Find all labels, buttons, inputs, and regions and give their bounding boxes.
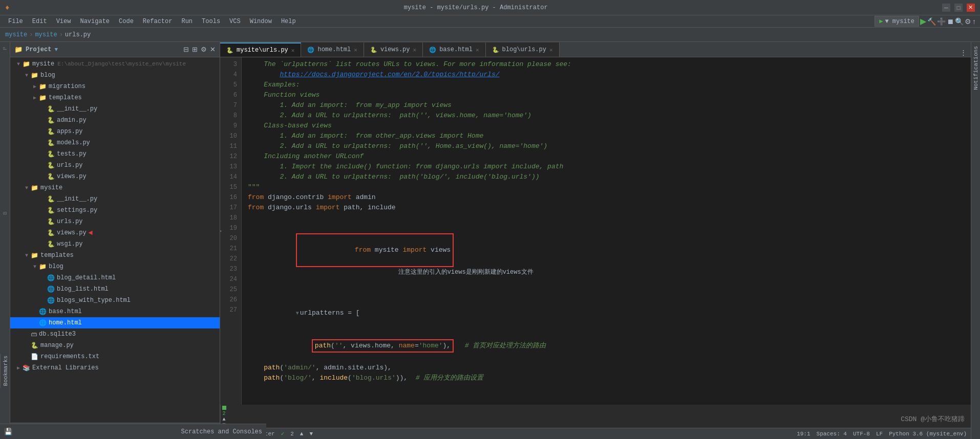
run-button[interactable]: ▶ [920,16,926,26]
tab-blog-urls-py[interactable]: 🐍 blog\urls.py ✕ [486,42,560,57]
tab-base-html[interactable]: 🌐 base.html ✕ [423,42,485,57]
tabs-overflow-icon[interactable]: ⋮ [960,49,967,57]
tree-item-blog-detail[interactable]: ▶ 🌐 blog_detail.html [10,272,220,283]
tree-item-migrations[interactable]: ▶ 📁 migrations [10,81,220,92]
manage-py-icon: 🐍 [31,342,38,349]
tab-base-html-close[interactable]: ✕ [476,47,479,53]
tree-item-views-blog[interactable]: ▶ 🐍 views.py [10,171,220,182]
menu-edit[interactable]: Edit [28,17,51,26]
tree-item-blog-tmpl[interactable]: ▼ 📁 blog [10,261,220,272]
tree-item-init-mysite[interactable]: ▶ 🐍 __init__.py [10,193,220,205]
tree-item-wsgi-mysite[interactable]: ▶ 🐍 wsgi.py [10,238,220,250]
scratches-bottom-label[interactable]: Scratches and Consoles [181,428,262,435]
tree-item-blog[interactable]: ▼ 📁 blog [10,70,220,81]
minimize-button[interactable]: ─ [942,4,950,12]
status-warning-count: 2 [290,431,294,437]
tree-item-apps-blog[interactable]: ▶ 🐍 apps.py [10,126,220,137]
tree-item-requirements[interactable]: ▶ 📄 requirements.txt [10,351,220,362]
menu-tools[interactable]: Tools [198,17,224,26]
tree-item-templates-root[interactable]: ▼ 📁 templates [10,250,220,261]
menu-file[interactable]: File [4,17,27,26]
bookmarks-sidebar-label[interactable]: Bookmarks [0,354,9,388]
breadcrumb-mysite1[interactable]: mysite [5,31,27,38]
file-tree: ▼ 📁 mysite E:\about_Django\test\mysite_e… [10,57,220,423]
settings-tree-button[interactable]: ⚙ [201,46,207,53]
stop-button[interactable]: ⏹ [947,17,954,26]
tree-item-mysite-inner[interactable]: ▼ 📁 mysite [10,182,220,193]
settings-button[interactable]: ⚙ [965,17,971,26]
menu-run[interactable]: Run [177,17,197,26]
tree-item-db-sqlite[interactable]: ▶ 🗃 db.sqlite3 [10,328,220,340]
project-sidebar-icon[interactable]: P [1,44,10,53]
tree-item-tests-blog[interactable]: ▶ 🐍 tests.py [10,148,220,160]
tree-item-blogs-with-type[interactable]: ▶ 🌐 blogs_with_type.html [10,295,220,306]
toolbar-run-config[interactable]: ▶ ▼ mysite [875,16,919,27]
code-editor[interactable]: 3 4 5 6 7 8 9 10 11 12 13 14 15 16 17 18 [220,57,971,405]
menu-view[interactable]: View [52,17,75,26]
project-dropdown[interactable]: ▼ [54,47,58,53]
tree-item-base-html[interactable]: ▶ 🌐 base.html [10,306,220,317]
tab-urls-py-close[interactable]: ✕ [291,47,295,54]
menu-window[interactable]: Window [246,17,276,26]
code-line-24: path('blog/', include('blog.urls')), # 应… [248,373,971,383]
tab-home-html-close[interactable]: ✕ [354,47,357,53]
up-arrow-nav[interactable]: ▲ [222,416,225,422]
menu-code[interactable]: Code [115,17,138,26]
tree-item-blog-list[interactable]: ▶ 🌐 blog_list.html [10,283,220,295]
tree-item-admin-blog[interactable]: ▶ 🐍 admin.py [10,115,220,126]
tab-views-py[interactable]: 🐍 views.py ✕ [364,42,423,57]
notifications-label[interactable]: Notifications [973,46,979,90]
tree-item-home-html[interactable]: ▶ 🌐 home.html [10,317,220,328]
status-right: 19:1 Spaces: 4 UTF-8 LF Python 3.6 (mysi… [797,431,967,437]
add-config-button[interactable]: ➕ [937,17,946,26]
status-check-icon: ✓ [281,430,285,437]
migrations-folder-icon: 📁 [39,83,47,91]
menu-vcs[interactable]: VCS [225,17,245,26]
tree-item-models-blog[interactable]: ▶ 🐍 models.py [10,137,220,148]
encoding-info: UTF-8 [853,431,870,437]
code-content[interactable]: The `urlpatterns` list routes URLs to vi… [242,57,971,405]
blogs-with-type-icon: 🌐 [47,297,55,304]
build-button[interactable]: 🔨 [927,17,936,26]
tree-item-urls-mysite[interactable]: ▶ 🐍 urls.py [10,216,220,227]
run-config-icon: ▶ [879,17,883,25]
tree-item-views-mysite[interactable]: ▶ 🐍 views.py ◄ [10,227,220,238]
code-line-13: 1. Import the include() function: from d… [248,162,971,172]
bookmarks-icon[interactable]: B [1,209,10,218]
update-button[interactable]: ↑ [972,17,976,26]
lf-info: LF [876,431,883,437]
tab-home-html[interactable]: 🌐 home.html ✕ [301,42,364,57]
menu-refactor[interactable]: Refactor [139,17,177,26]
tree-item-init-blog[interactable]: ▶ 🐍 __init__.py [10,103,220,115]
close-button[interactable]: ✕ [967,4,975,12]
menu-help[interactable]: Help [277,17,300,26]
blog-tmpl-folder-icon: 📁 [39,263,47,271]
db-sqlite-icon: 🗃 [31,331,37,338]
line-col-info: 19:1 [797,431,810,437]
collapse-all-button[interactable]: ⊟ [183,46,189,53]
maximize-button[interactable]: □ [954,4,963,12]
tree-item-urls-blog[interactable]: ▶ 🐍 urls.py [10,160,220,171]
tree-label-templates-root: templates [40,252,74,259]
breadcrumb-urls[interactable]: urls.py [65,31,91,38]
breadcrumb-sep1: › [29,31,33,38]
editor-wrapper: 🐍 mysite\urls.py ✕ 🌐 home.html ✕ 🐍 views… [220,42,971,439]
tab-blog-urls-py-icon: 🐍 [492,47,499,53]
tree-item-templates-blog[interactable]: ▶ 📁 templates [10,92,220,103]
tree-item-mysite-root[interactable]: ▼ 📁 mysite E:\about_Django\test\mysite_e… [10,58,220,70]
views-blog-icon: 🐍 [47,173,55,181]
search-everywhere-button[interactable]: 🔍 [955,17,964,26]
menu-navigate[interactable]: Navigate [76,17,114,26]
tab-views-py-close[interactable]: ✕ [413,47,417,53]
tab-urls-py[interactable]: 🐍 mysite\urls.py ✕ [220,42,301,57]
tree-arrow-external: ▶ [14,365,23,371]
close-panel-button[interactable]: ✕ [210,46,216,53]
tree-item-settings-mysite[interactable]: ▶ 🐍 settings.py [10,205,220,216]
tree-item-external-libraries[interactable]: ▶ 📚 External Libraries [10,362,220,374]
tab-blog-urls-py-close[interactable]: ✕ [549,47,553,53]
breadcrumb-mysite2[interactable]: mysite [35,31,57,38]
expand-all-button[interactable]: ⊞ [192,46,198,53]
tree-label-blog-detail: blog_detail.html [57,274,116,281]
tree-label-apps-blog: apps.py [57,128,82,135]
tree-item-manage-py[interactable]: ▶ 🐍 manage.py [10,340,220,351]
